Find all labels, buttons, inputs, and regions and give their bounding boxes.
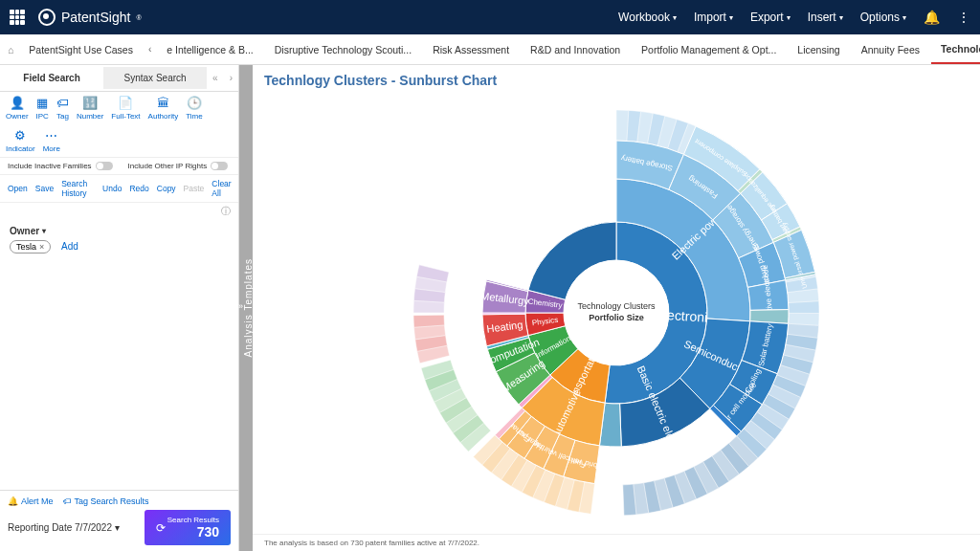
owner-heading: Owner bbox=[10, 226, 39, 236]
sunburst-chart[interactable]: ElectronicsTransportationInformationPhys… bbox=[253, 92, 980, 534]
menu-options[interactable]: Options▾ bbox=[860, 11, 906, 24]
tool-number[interactable]: 🔢Number bbox=[77, 96, 103, 121]
tool-fulltext[interactable]: 📄Full-Text bbox=[111, 96, 140, 121]
svg-point-30 bbox=[564, 260, 669, 365]
brand-name: PatentSight bbox=[61, 10, 130, 25]
search-results-button[interactable]: ⟳ Search Results730 bbox=[145, 510, 231, 545]
action-undo[interactable]: Undo bbox=[102, 184, 122, 193]
menu-workbook[interactable]: Workbook▾ bbox=[618, 11, 677, 24]
notifications-icon[interactable]: 🔔 bbox=[924, 10, 940, 25]
tool-tag[interactable]: 🏷Tag bbox=[56, 96, 69, 121]
tab-bar: ⌂ PatentSight Use Cases ‹ e Intelligence… bbox=[0, 34, 980, 65]
tab-field-search[interactable]: Field Search bbox=[0, 67, 103, 89]
action-paste: Paste bbox=[184, 184, 205, 193]
home-icon[interactable]: ⌂ bbox=[8, 44, 13, 55]
info-icon[interactable]: ⓘ bbox=[221, 205, 231, 218]
tab-6[interactable]: Annuity Fees bbox=[852, 34, 929, 64]
breadcrumb-home[interactable]: PatentSight Use Cases bbox=[19, 34, 143, 64]
search-sidebar: Field Search Syntax Search « › 👤Owner ▦I… bbox=[0, 65, 239, 551]
action-redo[interactable]: Redo bbox=[129, 184, 148, 193]
sidebar-collapse-left[interactable]: « bbox=[207, 73, 224, 83]
action-history[interactable]: Search History bbox=[61, 179, 87, 198]
reporting-date[interactable]: Reporting Date 7/7/2022 ▾ bbox=[8, 522, 120, 533]
tab-2[interactable]: Risk Assessment bbox=[423, 34, 519, 64]
tool-owner[interactable]: 👤Owner bbox=[6, 96, 29, 121]
tab-5[interactable]: Licensing bbox=[788, 34, 849, 64]
chevron-down-icon[interactable]: ▾ bbox=[42, 227, 46, 235]
action-open[interactable]: Open bbox=[8, 184, 28, 193]
chart-title: Technlogy Clusters - Sunburst Chart bbox=[253, 65, 980, 92]
tag-search-results[interactable]: 🏷 Tag Search Results bbox=[63, 496, 149, 506]
top-bar: PatentSight® Workbook▾ Import▾ Export▾ I… bbox=[0, 0, 980, 34]
tool-more[interactable]: ⋯More bbox=[43, 128, 60, 153]
logo-icon bbox=[38, 9, 56, 26]
toggle-inactive[interactable] bbox=[96, 162, 113, 170]
tab-3[interactable]: R&D and Innovation bbox=[521, 34, 630, 64]
tab-0[interactable]: e Intelligence & B... bbox=[157, 34, 262, 64]
toggle-otherip-label: Include Other IP Rights bbox=[128, 162, 208, 170]
tab-4[interactable]: Portfolio Management & Opt... bbox=[632, 34, 786, 64]
tool-indicator[interactable]: ⚙Indicator bbox=[6, 128, 35, 153]
tool-authority[interactable]: 🏛Authority bbox=[148, 96, 179, 121]
sidebar-next[interactable]: › bbox=[224, 73, 238, 83]
action-clear[interactable]: Clear All bbox=[212, 179, 231, 198]
tab-1[interactable]: Disruptive Technology Scouti... bbox=[265, 34, 421, 64]
chip-remove-icon[interactable]: × bbox=[39, 242, 44, 252]
more-icon[interactable]: ⋮ bbox=[957, 10, 970, 25]
action-save[interactable]: Save bbox=[35, 184, 54, 193]
toggle-inactive-label: Include Inactive Families bbox=[8, 162, 92, 170]
toggle-otherip[interactable] bbox=[211, 162, 228, 170]
templates-bar[interactable]: » Analysis Templates bbox=[239, 65, 253, 551]
menu-insert[interactable]: Insert▾ bbox=[808, 11, 843, 24]
tab-7[interactable]: Technology Clusters ▾ bbox=[931, 34, 980, 64]
alert-me[interactable]: 🔔 Alert Me bbox=[8, 496, 54, 506]
tab-scroll-left[interactable]: ‹ bbox=[145, 44, 155, 55]
owner-add[interactable]: Add bbox=[61, 241, 78, 252]
tab-syntax-search[interactable]: Syntax Search bbox=[103, 67, 207, 89]
apps-grid-icon[interactable] bbox=[10, 10, 25, 25]
owner-chip[interactable]: Tesla× bbox=[10, 240, 51, 253]
tool-time[interactable]: 🕒Time bbox=[186, 96, 202, 121]
action-copy[interactable]: Copy bbox=[157, 184, 176, 193]
menu-export[interactable]: Export▾ bbox=[750, 11, 791, 24]
chart-footnote: The analysis is based on 730 patent fami… bbox=[253, 534, 980, 551]
brand-logo: PatentSight® bbox=[38, 9, 142, 26]
tool-ipc[interactable]: ▦IPC bbox=[36, 96, 49, 121]
menu-import[interactable]: Import▾ bbox=[694, 11, 733, 24]
